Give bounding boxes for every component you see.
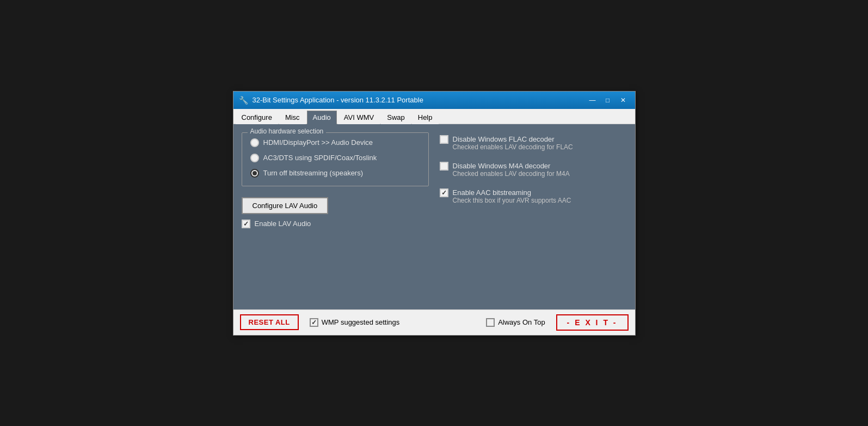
m4a-option-group: Disable Windows M4A decoder Checked enab… <box>440 162 627 178</box>
always-on-top-row[interactable]: Always On Top <box>486 318 545 327</box>
bottom-bar: RESET ALL WMP suggested settings Always … <box>233 309 635 335</box>
menu-bar: Configure Misc Audio AVI WMV Swap Help <box>233 109 635 124</box>
radio-speakers[interactable]: Turn off bitstreaming (speakers) <box>250 169 420 178</box>
window-title: 32-Bit Settings Application - version 11… <box>253 96 423 104</box>
always-on-top-label: Always On Top <box>498 318 545 326</box>
flac-main-label: Disable Windows FLAC decoder <box>453 135 555 143</box>
enable-lav-audio-row[interactable]: Enable LAV Audio <box>242 220 429 228</box>
flac-checkbox-row[interactable]: Disable Windows FLAC decoder Checked ena… <box>440 135 627 151</box>
app-icon: 🔧 <box>239 96 248 105</box>
m4a-checkbox[interactable] <box>440 162 448 171</box>
radio-hdmi[interactable]: HDMI/DisplayPort >> Audio Device <box>250 138 420 147</box>
tab-swap[interactable]: Swap <box>381 111 411 124</box>
tab-aviwmv[interactable]: AVI WMV <box>338 111 380 124</box>
exit-button[interactable]: - E X I T - <box>556 314 629 331</box>
m4a-text: Disable Windows M4A decoder Checked enab… <box>453 162 570 178</box>
flac-checkbox[interactable] <box>440 135 448 144</box>
content-area: Audio hardware selection HDMI/DisplayPor… <box>233 124 635 309</box>
configure-lav-button[interactable]: Configure LAV Audio <box>242 197 329 214</box>
wmp-label: WMP suggested settings <box>322 318 400 326</box>
radio-speakers-circle <box>250 169 259 178</box>
right-panel: Disable Windows FLAC decoder Checked ena… <box>440 132 627 301</box>
m4a-sub-label: Checked enables LAV decoding for M4A <box>453 170 570 178</box>
reset-all-button[interactable]: RESET ALL <box>240 314 299 330</box>
title-bar-controls: — □ ✕ <box>586 95 630 106</box>
aac-text: Enable AAC bitstreaming Check this box i… <box>453 188 571 204</box>
enable-lav-audio-checkbox[interactable] <box>242 220 250 228</box>
aac-checkbox-row[interactable]: Enable AAC bitstreaming Check this box i… <box>440 188 627 204</box>
wmp-settings-row[interactable]: WMP suggested settings <box>310 318 400 327</box>
title-bar-left: 🔧 32-Bit Settings Application - version … <box>239 96 423 105</box>
always-on-top-checkbox[interactable] <box>486 318 495 327</box>
m4a-main-label: Disable Windows M4A decoder <box>453 162 551 170</box>
wmp-checkbox[interactable] <box>310 318 318 327</box>
tab-misc[interactable]: Misc <box>279 111 306 124</box>
close-button[interactable]: ✕ <box>617 95 630 106</box>
m4a-checkbox-row[interactable]: Disable Windows M4A decoder Checked enab… <box>440 162 627 178</box>
tab-configure[interactable]: Configure <box>236 111 278 124</box>
enable-lav-audio-label: Enable LAV Audio <box>255 220 311 228</box>
aac-main-label: Enable AAC bitstreaming <box>453 188 532 197</box>
radio-ac3dts[interactable]: AC3/DTS using SPDIF/Coax/Toslink <box>250 154 420 162</box>
title-bar: 🔧 32-Bit Settings Application - version … <box>233 92 635 109</box>
flac-sub-label: Checked enables LAV decoding for FLAC <box>453 143 573 151</box>
radio-ac3dts-label: AC3/DTS using SPDIF/Coax/Toslink <box>263 154 377 162</box>
main-window: 🔧 32-Bit Settings Application - version … <box>233 91 636 336</box>
aac-option-group: Enable AAC bitstreaming Check this box i… <box>440 188 627 204</box>
flac-text: Disable Windows FLAC decoder Checked ena… <box>453 135 573 151</box>
radio-hdmi-label: HDMI/DisplayPort >> Audio Device <box>263 138 373 147</box>
radio-ac3dts-circle <box>250 154 259 162</box>
aac-checkbox[interactable] <box>440 188 448 197</box>
group-legend: Audio hardware selection <box>248 127 327 135</box>
minimize-button[interactable]: — <box>586 95 599 106</box>
flac-option-group: Disable Windows FLAC decoder Checked ena… <box>440 135 627 151</box>
tab-help[interactable]: Help <box>412 111 439 124</box>
aac-sub-label: Check this box if your AVR supports AAC <box>453 197 571 204</box>
radio-speakers-label: Turn off bitstreaming (speakers) <box>263 169 364 177</box>
radio-hdmi-circle <box>250 138 259 147</box>
tab-audio[interactable]: Audio <box>307 111 337 124</box>
left-panel: Audio hardware selection HDMI/DisplayPor… <box>242 132 429 301</box>
maximize-button[interactable]: □ <box>601 95 614 106</box>
audio-hardware-group: Audio hardware selection HDMI/DisplayPor… <box>242 132 429 186</box>
